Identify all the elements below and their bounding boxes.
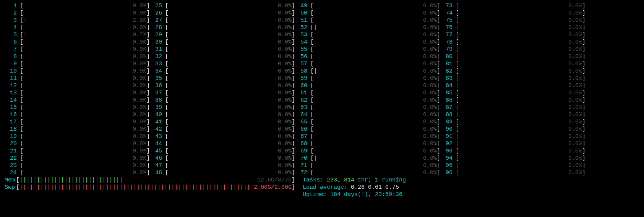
cpu-bar-fill: |: [314, 68, 317, 74]
cpu-pct: 0.0%: [273, 10, 292, 17]
cpu-number: 38: [150, 97, 162, 104]
cpu-number: 69: [295, 147, 307, 155]
cpu-number: 71: [295, 162, 307, 169]
cpu-number: 94: [440, 155, 453, 162]
cpu-number: 21: [5, 147, 17, 155]
cpu-meter: 65 [0.0%]: [295, 118, 440, 126]
cpu-pct: 0.0%: [273, 111, 292, 118]
cpu-number: 18: [5, 126, 17, 133]
cpu-number: 56: [295, 53, 307, 60]
cpu-meter: 76 [0.0%]: [440, 24, 586, 31]
cpu-meter: 55 [0.0%]: [295, 46, 440, 53]
cpu-pct: 0.0%: [273, 46, 292, 53]
cpu-meter: 48 [0.0%]: [150, 169, 295, 177]
cpu-number: 84: [440, 82, 453, 89]
cpu-meter: 31 [0.0%]: [150, 46, 295, 53]
cpu-number: 51: [295, 17, 307, 24]
cpu-meter: 9 [0.0%]: [5, 60, 150, 68]
cpu-meter: 84 [0.0%]: [440, 82, 586, 89]
cpu-meter: 83 [0.0%]: [440, 75, 586, 82]
cpu-pct: 0.0%: [127, 162, 146, 169]
cpu-meter: 91 [0.0%]: [440, 133, 586, 140]
cpu-number: 62: [295, 97, 307, 104]
cpu-pct: 0.0%: [563, 97, 582, 104]
cpu-pct: 0.0%: [127, 155, 146, 162]
cpu-meter: 78 [0.0%]: [440, 39, 586, 46]
cpu-pct: 0.0%: [418, 111, 437, 118]
cpu-pct: 0.0%: [127, 10, 146, 17]
cpu-meter: 39 [0.0%]: [150, 104, 295, 111]
cpu-pct: 0.0%: [273, 104, 292, 111]
mem-label: Mem: [5, 177, 16, 184]
cpu-number: 66: [295, 126, 307, 133]
cpu-pct: 0.0%: [273, 97, 292, 104]
cpu-pct: 0.0%: [563, 140, 582, 147]
cpu-pct: 0.0%: [273, 140, 292, 147]
cpu-pct: 0.0%: [563, 10, 582, 17]
cpu-pct: 0.0%: [127, 60, 146, 68]
cpu-pct: 0.0%: [127, 147, 146, 155]
cpu-pct: 0.6%: [418, 68, 437, 75]
cpu-meter: 92 [0.0%]: [440, 140, 586, 147]
cpu-number: 77: [440, 31, 453, 39]
cpu-pct: 0.0%: [418, 39, 437, 46]
cpu-meter: 16 [0.0%]: [5, 111, 150, 118]
cpu-pct: 0.0%: [127, 133, 146, 140]
cpu-pct: 0.0%: [418, 46, 437, 53]
cpu-meter: 61 [0.0%]: [295, 89, 440, 97]
cpu-meter: 12 [0.0%]: [5, 82, 150, 89]
cpu-number: 91: [440, 133, 453, 140]
cpu-number: 88: [440, 111, 453, 118]
cpu-meter: 69 [0.0%]: [295, 147, 440, 155]
cpu-meter: 21 [0.0%]: [5, 147, 150, 155]
cpu-pct: 0.0%: [273, 169, 292, 177]
cpu-meter: 4 [0.0%]: [5, 24, 150, 31]
cpu-number: 19: [5, 133, 17, 140]
cpu-number: 30: [150, 39, 162, 46]
cpu-number: 40: [150, 111, 162, 118]
cpu-pct: 0.0%: [273, 82, 292, 89]
cpu-pct: 0.0%: [563, 75, 582, 82]
cpu-meter: 47 [0.0%]: [150, 162, 295, 169]
cpu-meter: 79 [0.0%]: [440, 46, 586, 53]
cpu-number: 61: [295, 89, 307, 97]
cpu-number: 53: [295, 31, 307, 39]
cpu-number: 11: [5, 75, 17, 82]
cpu-meter: 74 [0.0%]: [440, 10, 586, 17]
cpu-meter: 73 [0.0%]: [440, 2, 586, 10]
cpu-meter: 58 [|0.6%]: [295, 68, 440, 75]
cpu-number: 25: [150, 2, 162, 10]
cpu-number: 32: [150, 53, 162, 60]
cpu-meter: 68 [0.0%]: [295, 140, 440, 147]
cpu-pct: 0.0%: [127, 46, 146, 53]
cpu-number: 59: [295, 75, 307, 82]
cpu-pct: 0.7%: [127, 31, 146, 39]
cpu-number: 95: [440, 162, 453, 169]
uptime-line: Uptime: 184 days(!), 23:50:36: [303, 191, 406, 198]
cpu-meter: 17 [0.0%]: [5, 118, 150, 126]
cpu-pct: 0.0%: [418, 53, 437, 60]
cpu-pct: 0.0%: [273, 133, 292, 140]
cpu-pct: 0.0%: [273, 60, 292, 68]
cpu-pct: 0.0%: [418, 89, 437, 97]
cpu-number: 41: [150, 118, 162, 126]
cpu-pct: 0.0%: [563, 155, 582, 162]
cpu-pct: 0.0%: [273, 155, 292, 162]
cpu-meter: 32 [0.0%]: [150, 53, 295, 60]
cpu-meter: 81 [0.0%]: [440, 60, 586, 68]
cpu-meter: 19 [0.0%]: [5, 133, 150, 140]
cpu-number: 70: [295, 155, 307, 162]
cpu-pct: 0.0%: [273, 162, 292, 169]
cpu-pct: 0.0%: [127, 97, 146, 104]
cpu-pct: 0.0%: [418, 126, 437, 133]
cpu-pct: 0.0%: [418, 82, 437, 89]
cpu-column: 49 [0.0%]50 [0.0%]51 [0.0%]52 [|0.6%]53 …: [295, 2, 440, 177]
cpu-pct: 0.0%: [273, 89, 292, 97]
cpu-number: 89: [440, 118, 453, 126]
cpu-number: 9: [5, 60, 17, 68]
cpu-number: 80: [440, 53, 453, 60]
cpu-number: 78: [440, 39, 453, 46]
cpu-number: 12: [5, 82, 17, 89]
cpu-pct: 0.0%: [418, 17, 437, 24]
cpu-number: 6: [5, 39, 17, 46]
